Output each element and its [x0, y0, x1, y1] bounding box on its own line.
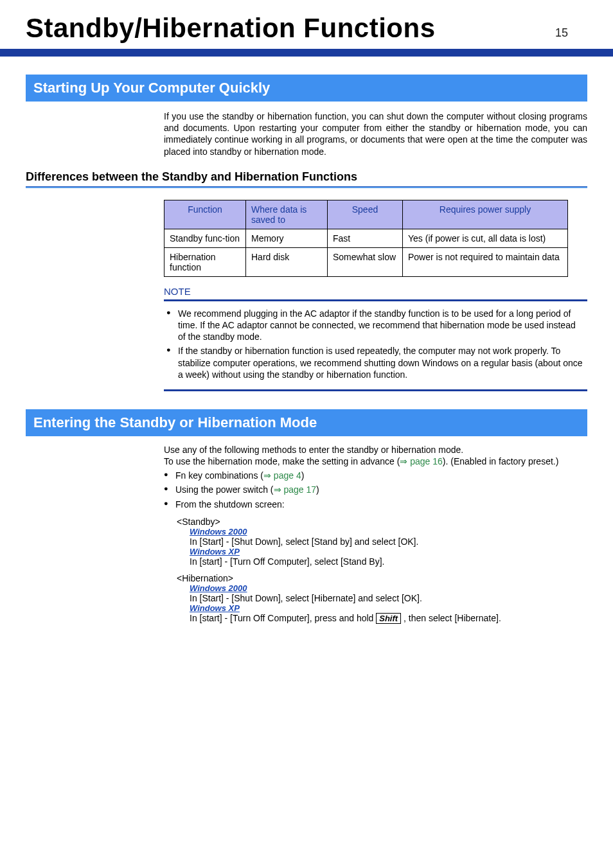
b1a: Fn key combinations (	[175, 470, 263, 481]
hib-xp-a: In [start] - [Turn Off Computer], press …	[190, 613, 376, 623]
link-page-16[interactable]: page 16	[410, 456, 443, 466]
method-bullet-shutdown: From the shutdown screen:	[164, 499, 587, 510]
hib-xp-b: , then select [Hibernate].	[401, 613, 501, 623]
hibernation-win2000-steps: In [Start] - [Shut Down], select [Hibern…	[190, 593, 587, 603]
intro2a: To use the hibernation mode, make the se…	[164, 456, 400, 466]
tag-windows-xp: Windows XP	[190, 603, 587, 613]
page-title: Standby/Hibernation Functions	[26, 13, 436, 44]
title-rule	[0, 49, 613, 57]
cell-power: Yes (if power is cut, all data is lost)	[403, 229, 568, 247]
entering-intro-2: To use the hibernation mode, make the se…	[164, 456, 587, 467]
link-page-17[interactable]: page 17	[283, 484, 316, 495]
note-box: We recommend plugging in the AC adaptor …	[164, 299, 587, 391]
tag-windows-2000: Windows 2000	[190, 583, 587, 593]
section-header-entering: Entering the Standby or Hibernation Mode	[26, 409, 587, 436]
b2b: )	[316, 484, 319, 495]
cell-saved: Hard disk	[246, 247, 328, 276]
note-bullet: If the standby or hibernation function i…	[166, 345, 585, 380]
b2a: Using the power switch (	[175, 484, 274, 495]
key-shift: Shift	[376, 613, 401, 624]
title-bar-area: Standby/Hibernation Functions 15	[0, 0, 613, 49]
section-header-starting-up: Starting Up Your Computer Quickly	[26, 75, 587, 102]
col-savedto: Where data is saved to	[246, 200, 328, 229]
standby-winxp-steps: In [start] - [Turn Off Computer], select…	[190, 556, 587, 567]
tag-windows-2000: Windows 2000	[190, 527, 587, 536]
entering-intro-1: Use any of the following methods to ente…	[164, 444, 587, 456]
method-bullet-fn: Fn key combinations (⇒ page 4)	[164, 470, 587, 481]
note-label: NOTE	[164, 286, 587, 297]
arrow-icon: ⇒	[274, 484, 284, 495]
cell-speed: Somewhat slow	[328, 247, 403, 276]
arrow-icon: ⇒	[400, 456, 410, 466]
intro-paragraph: If you use the standby or hibernation fu…	[164, 111, 587, 157]
comparison-table: Function Where data is saved to Speed Re…	[164, 200, 568, 277]
col-function: Function	[164, 200, 246, 229]
tag-windows-xp: Windows XP	[190, 547, 587, 556]
subsection-rule	[26, 186, 587, 188]
standby-label: <Standby>	[177, 517, 587, 527]
cell-func: Hibernation function	[164, 247, 246, 276]
cell-power: Power is not required to maintain data	[403, 247, 568, 276]
arrow-icon: ⇒	[263, 470, 274, 481]
hibernation-label: <Hibernation>	[177, 573, 587, 583]
col-power: Requires power supply	[403, 200, 568, 229]
standby-win2000-steps: In [Start] - [Shut Down], select [Stand …	[190, 536, 587, 547]
link-page-4[interactable]: page 4	[274, 470, 301, 481]
table-row: Standby func-tion Memory Fast Yes (if po…	[164, 229, 568, 247]
cell-saved: Memory	[246, 229, 328, 247]
cell-speed: Fast	[328, 229, 403, 247]
table-row: Hibernation function Hard disk Somewhat …	[164, 247, 568, 276]
b1b: )	[301, 470, 305, 481]
note-bullet: We recommend plugging in the AC adaptor …	[166, 308, 585, 343]
method-bullet-power: Using the power switch (⇒ page 17)	[164, 484, 587, 495]
intro2b: ). (Enabled in factory preset.)	[443, 456, 559, 466]
col-speed: Speed	[328, 200, 403, 229]
table-header-row: Function Where data is saved to Speed Re…	[164, 200, 568, 229]
hibernation-winxp-steps: In [start] - [Turn Off Computer], press …	[190, 613, 587, 624]
page-number: 15	[555, 26, 587, 44]
subsection-header-differences: Differences between the Standby and Hibe…	[26, 170, 587, 186]
cell-func: Standby func-tion	[164, 229, 246, 247]
